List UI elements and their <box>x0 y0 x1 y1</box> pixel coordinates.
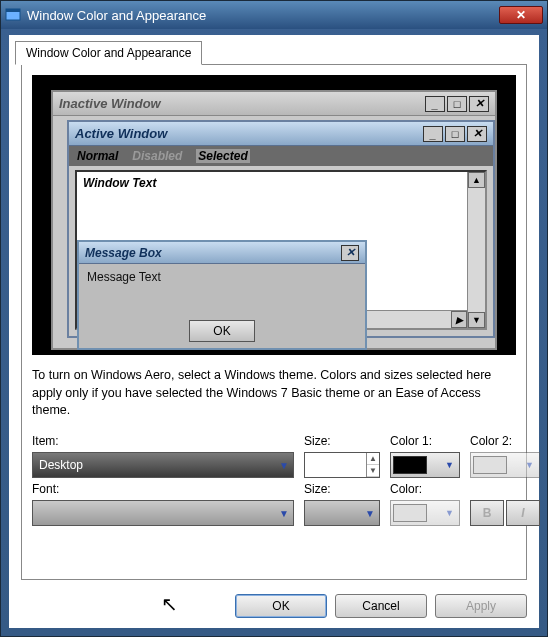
close-icon: ✕ <box>469 96 489 112</box>
chevron-down-icon: ▼ <box>445 508 457 518</box>
chevron-down-icon: ▼ <box>279 507 289 518</box>
window-text: Window Text <box>83 176 156 190</box>
close-button[interactable]: ✕ <box>499 6 543 24</box>
font-color-swatch <box>393 504 427 522</box>
maximize-icon: □ <box>447 96 467 112</box>
app-icon <box>5 7 21 23</box>
spin-down-icon[interactable]: ▼ <box>367 465 379 477</box>
chevron-down-icon: ▼ <box>279 459 289 470</box>
ok-button[interactable]: OK <box>235 594 327 618</box>
cursor-icon: ↖ <box>161 592 178 616</box>
dialog-buttons: OK Cancel Apply <box>235 594 527 618</box>
cancel-button[interactable]: Cancel <box>335 594 427 618</box>
italic-button: I <box>506 500 540 526</box>
menu-selected: Selected <box>196 149 249 163</box>
tab-body: Inactive Window _ □ ✕ Active Window _ <box>21 64 527 580</box>
preview-message-box: Message Box ✕ Message Text OK <box>77 240 367 350</box>
active-window-title: Active Window <box>75 126 167 141</box>
apply-button: Apply <box>435 594 527 618</box>
menu-normal: Normal <box>77 149 118 163</box>
label-color1: Color 1: <box>390 434 460 448</box>
label-item: Item: <box>32 434 294 448</box>
close-icon: ✕ <box>341 245 359 261</box>
dialog-window: Window Color and Appearance ✕ Window Col… <box>0 0 548 637</box>
preview-area: Inactive Window _ □ ✕ Active Window _ <box>32 75 516 355</box>
hint-text: To turn on Windows Aero, select a Window… <box>32 367 516 420</box>
label-color2: Color 2: <box>470 434 540 448</box>
spin-up-icon[interactable]: ▲ <box>367 453 379 465</box>
color1-swatch <box>393 456 427 474</box>
maximize-icon: □ <box>445 126 465 142</box>
menu-disabled: Disabled <box>132 149 182 163</box>
label-item-size: Size: <box>304 434 380 448</box>
font-combo: ▼ <box>32 500 294 526</box>
color1-button[interactable]: ▼ <box>390 452 460 478</box>
titlebar[interactable]: Window Color and Appearance ✕ <box>1 1 547 29</box>
scroll-up-icon[interactable]: ▲ <box>468 172 485 188</box>
tab-appearance[interactable]: Window Color and Appearance <box>15 41 202 65</box>
item-value: Desktop <box>39 458 83 472</box>
color2-button: ▼ <box>470 452 540 478</box>
vertical-scrollbar[interactable]: ▲ ▼ <box>467 172 485 328</box>
chevron-down-icon: ▼ <box>445 460 457 470</box>
message-ok-button: OK <box>189 320 255 342</box>
preview-menu-bar: Normal Disabled Selected <box>69 146 493 166</box>
scroll-down-icon[interactable]: ▼ <box>468 312 485 328</box>
inactive-window-title: Inactive Window <box>59 96 161 111</box>
item-combo[interactable]: Desktop ▼ <box>32 452 294 478</box>
chevron-down-icon: ▼ <box>365 507 375 518</box>
window-title: Window Color and Appearance <box>27 8 206 23</box>
close-icon: ✕ <box>467 126 487 142</box>
message-box-title: Message Box <box>85 246 162 260</box>
font-size-combo: ▼ <box>304 500 380 526</box>
message-text: Message Text <box>79 264 365 290</box>
item-size-spinner[interactable]: ▲▼ <box>304 452 380 478</box>
chevron-down-icon: ▼ <box>525 460 537 470</box>
controls-grid: Item: Size: Color 1: Color 2: Desktop ▼ … <box>32 434 516 526</box>
font-color-button: ▼ <box>390 500 460 526</box>
label-font: Font: <box>32 482 294 496</box>
label-font-color: Color: <box>390 482 460 496</box>
item-size-input[interactable] <box>305 453 366 477</box>
label-font-size: Size: <box>304 482 380 496</box>
minimize-icon: _ <box>425 96 445 112</box>
minimize-icon: _ <box>423 126 443 142</box>
client-area: Window Color and Appearance Inactive Win… <box>9 35 539 628</box>
color2-swatch <box>473 456 507 474</box>
bold-button: B <box>470 500 504 526</box>
svg-rect-1 <box>6 9 20 12</box>
scroll-right-icon[interactable]: ▶ <box>451 311 467 328</box>
tab-strip: Window Color and Appearance <box>9 35 539 63</box>
